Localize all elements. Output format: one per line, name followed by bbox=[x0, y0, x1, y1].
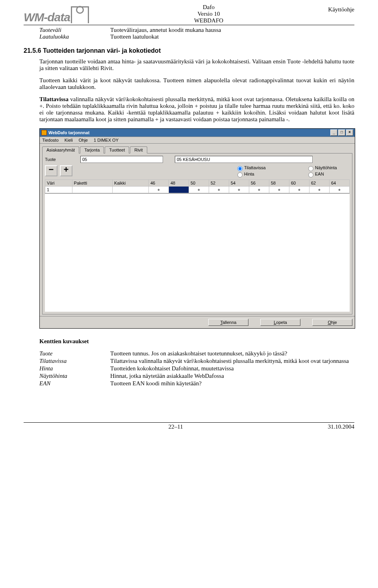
doc-type: Käyttöohje bbox=[299, 4, 354, 13]
titlebar[interactable]: WebDafo tarjonnnat _ □ × bbox=[40, 129, 355, 137]
radio-hinta[interactable]: Hinta bbox=[235, 171, 271, 178]
tabs: Asiakasryhmät Tarjonta Tuotteet Rivit bbox=[40, 144, 355, 153]
menu-file[interactable]: Tiedosto bbox=[42, 138, 59, 142]
person-icon bbox=[71, 6, 89, 23]
radio-ean[interactable]: EAN bbox=[306, 171, 342, 178]
grid-row[interactable]: 1 + + + + + + + + + bbox=[45, 187, 350, 193]
tab-tarjonta[interactable]: Tarjonta bbox=[80, 146, 104, 153]
tab-asiakasryhmat[interactable]: Asiakasryhmät bbox=[42, 146, 79, 153]
tuote-label: Tuote bbox=[45, 157, 80, 162]
footer-date: 31.10.2004 bbox=[328, 423, 354, 430]
section-heading: 21.5.6 Tuotteiden tarjonnan väri- ja kok… bbox=[24, 47, 354, 54]
logo: WM-data bbox=[24, 4, 118, 23]
radio-tilattavissa[interactable]: Tilattavissa bbox=[235, 165, 271, 171]
save-button[interactable]: Tallenna bbox=[208, 319, 248, 326]
tuote-name-display bbox=[175, 156, 313, 163]
size-grid[interactable]: Väri Paketti Kaikki 46 48 50 52 54 56 58… bbox=[45, 179, 350, 193]
tab-tuotteet[interactable]: Tuotteet bbox=[105, 146, 129, 153]
paragraph: Tuotteen kaikki värit ja koot näkyvät ta… bbox=[39, 77, 354, 91]
menu-help[interactable]: Ohje bbox=[79, 138, 88, 142]
app-window: WebDafo tarjonnnat _ □ × Tiedosto Kieli … bbox=[39, 128, 355, 329]
fields-heading: Kenttien kuvaukset bbox=[39, 338, 354, 345]
radio-nayttohinta[interactable]: Näyttöhinta bbox=[306, 165, 342, 171]
minimize-button[interactable]: _ bbox=[330, 129, 337, 136]
doc-title: Dafo bbox=[118, 4, 299, 11]
tab-body: Tuote − + Tilattavissa Hinta Näyttöhinta bbox=[42, 153, 352, 314]
doc-version: Versio 10 bbox=[118, 11, 299, 17]
field-row: TilattavissaTilattavissa valinnalla näky… bbox=[39, 358, 354, 364]
menu-company[interactable]: 1 DIMEX OY bbox=[94, 138, 119, 142]
tab-rivit[interactable]: Rivit bbox=[130, 146, 147, 153]
plus-button[interactable]: + bbox=[60, 165, 72, 176]
footer: 22–11 31.10.2004 bbox=[24, 422, 354, 431]
field-row: EANTuotteen EAN koodi mihin käytetään? bbox=[39, 380, 354, 387]
def-row: Tuoteväli Tuotevälirajaus, annetut koodi… bbox=[39, 27, 354, 33]
app-icon bbox=[41, 130, 47, 135]
help-button[interactable]: Ohje bbox=[312, 319, 352, 326]
paragraph: Tarjonnan tuotteille voidaan antaa hinta… bbox=[39, 58, 354, 72]
close-button[interactable]: × bbox=[346, 129, 353, 136]
paragraph: Tilattavissa valinnalla näkyvät väri\kok… bbox=[39, 96, 354, 123]
field-row: HintaTuotteiden kokokohtaiset Dafohinnat… bbox=[39, 365, 354, 372]
grid-empty bbox=[45, 193, 350, 312]
quit-button[interactable]: Lopeta bbox=[260, 319, 300, 326]
tuote-input[interactable] bbox=[80, 156, 163, 163]
doc-system: WEBDAFO bbox=[118, 17, 299, 24]
window-title: WebDafo tarjonnnat bbox=[48, 130, 89, 135]
minus-button[interactable]: − bbox=[45, 165, 57, 176]
field-row: NäyttöhintaHinnat, jotka näytetään asiak… bbox=[39, 373, 354, 379]
menu-lang[interactable]: Kieli bbox=[65, 138, 73, 142]
header-center: Dafo Versio 10 WEBDAFO bbox=[118, 4, 299, 24]
menubar[interactable]: Tiedosto Kieli Ohje 1 DIMEX OY bbox=[40, 137, 355, 144]
page-number: 22–11 bbox=[169, 423, 183, 430]
field-row: TuoteTuotteen tunnus. Jos on asiakaskoht… bbox=[39, 350, 354, 357]
maximize-button[interactable]: □ bbox=[338, 129, 345, 136]
def-row: Laatuluokka Tuotteen laatuluokat bbox=[39, 33, 354, 40]
